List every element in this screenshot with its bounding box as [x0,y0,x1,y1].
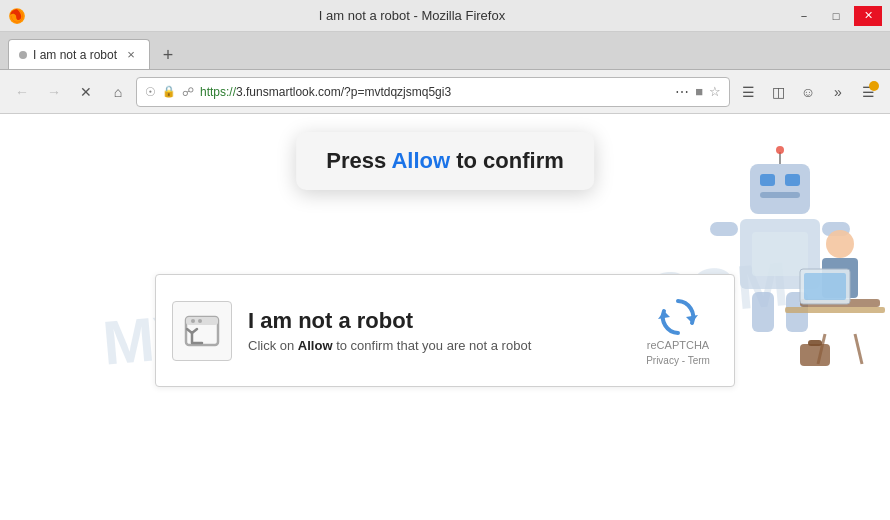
svg-point-26 [198,319,202,323]
window-controls: − □ ✕ [790,6,882,26]
captcha-icon-box [172,301,232,361]
svg-rect-4 [760,192,800,198]
svg-rect-21 [800,344,830,366]
maximize-button[interactable]: □ [822,6,850,26]
svg-rect-16 [785,307,885,313]
svg-rect-2 [760,174,775,186]
tab-active[interactable]: I am not a robot × [8,39,150,69]
notification-badge [869,81,879,91]
page-actions-button[interactable]: ⋯ [675,84,689,100]
svg-rect-1 [750,164,810,214]
menu-button[interactable]: ☰ [854,78,882,106]
url-bar[interactable]: ☉ 🔒 ☍ https://3.funsmartlook.com/?p=mvtd… [136,77,730,107]
captcha-window-icon [182,311,222,351]
svg-marker-27 [686,315,698,323]
close-button[interactable]: ✕ [854,6,882,26]
svg-rect-11 [752,292,774,332]
captcha-title: I am not a robot [248,308,622,334]
svg-rect-9 [710,222,738,236]
svg-line-20 [855,334,862,364]
svg-point-6 [776,146,784,154]
tab-label: I am not a robot [33,48,117,62]
synced-tabs-button[interactable]: ◫ [764,78,792,106]
reader-mode-icon: ☍ [182,85,194,99]
overflow-menu-button[interactable]: » [824,78,852,106]
tracking-protection-icon: ☉ [145,85,156,99]
container-icon: ■ [695,84,703,99]
url-domain: 3.funsmartlook.com/?p=mvtdqzjsmq5gi3 [236,85,451,99]
svg-marker-28 [658,311,670,319]
recaptcha-box: I am not a robot Click on Allow to confi… [155,274,735,387]
captcha-subtitle-allow: Allow [298,338,333,353]
url-https: https:// [200,85,236,99]
tab-close-button[interactable]: × [123,47,139,63]
address-bar: ← → ✕ ⌂ ☉ 🔒 ☍ https://3.funsmartlook.com… [0,70,890,114]
forward-button[interactable]: → [40,78,68,106]
captcha-subtitle-prefix: Click on [248,338,298,353]
recaptcha-logo-area: reCAPTCHA Privacy - Term [638,295,718,366]
captcha-subtitle: Click on Allow to confirm that you are n… [248,338,622,353]
minimize-button[interactable]: − [790,6,818,26]
url-text: https://3.funsmartlook.com/?p=mvtdqzjsmq… [200,85,669,99]
dash-separator: - [679,355,688,366]
tab-bar: I am not a robot × + [0,32,890,70]
reload-button[interactable]: ✕ [72,78,100,106]
new-tab-button[interactable]: + [154,41,182,69]
recaptcha-label: reCAPTCHA [647,339,709,351]
notify-prefix: Press [326,148,391,173]
back-button[interactable]: ← [8,78,36,106]
bookmark-button[interactable]: ☆ [709,84,721,99]
firefox-logo [8,7,26,25]
svg-rect-3 [785,174,800,186]
recaptcha-icon [656,295,700,339]
svg-rect-18 [804,273,846,300]
terms-link: Term [688,355,710,366]
svg-rect-22 [808,340,822,346]
account-button[interactable]: ☺ [794,78,822,106]
svg-point-25 [191,319,195,323]
lock-icon: 🔒 [162,85,176,98]
notify-allow: Allow [391,148,450,173]
home-button[interactable]: ⌂ [104,78,132,106]
recaptcha-links: Privacy - Term [646,355,710,366]
window-title: I am not a robot - Mozilla Firefox [34,8,790,23]
svg-point-13 [826,230,854,258]
tab-favicon [19,51,27,59]
page-content: MYANTISPYWARE.COM [0,114,890,520]
title-bar: I am not a robot - Mozilla Firefox − □ ✕ [0,0,890,32]
notify-suffix: to confirm [450,148,564,173]
svg-rect-8 [752,232,808,276]
library-button[interactable]: ☰ [734,78,762,106]
toolbar-icons: ☰ ◫ ☺ » ☰ [734,78,882,106]
privacy-link: Privacy [646,355,679,366]
captcha-text-area: I am not a robot Click on Allow to confi… [248,308,622,353]
notification-popup: Press Allow to confirm [296,132,594,190]
captcha-subtitle-suffix: to confirm that you are not a robot [333,338,532,353]
